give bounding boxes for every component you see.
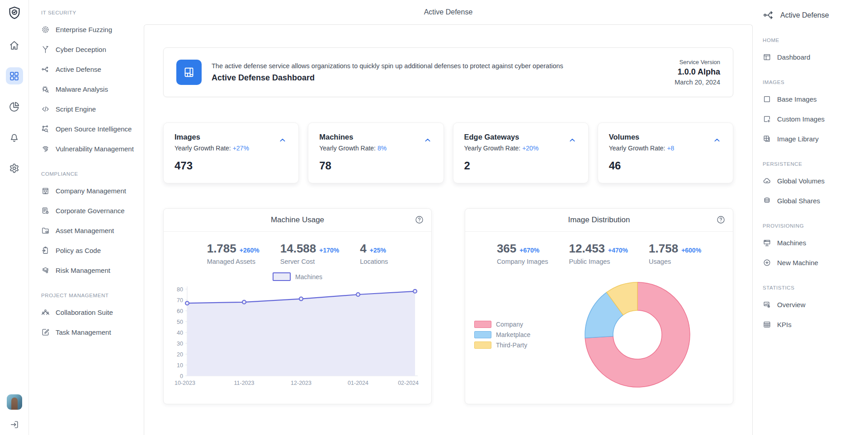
right-sidebar-title: Active Defense xyxy=(780,11,829,19)
stat-card-images: ImagesYearly Growth Rate: +27%473 xyxy=(163,122,299,183)
sidebar-item-label: Image Library xyxy=(777,135,819,143)
sidebar-item-collaboration-suite[interactable]: Collaboration Suite xyxy=(41,302,140,322)
rail-item-gear-icon[interactable] xyxy=(6,159,23,177)
legend-swatch xyxy=(273,272,291,281)
sidebar-item-enterprise-fuzzing[interactable]: Enterprise Fuzzing xyxy=(41,19,140,39)
svg-text:20: 20 xyxy=(177,351,183,358)
stat-card-volumes: VolumesYearly Growth Rate: +846 xyxy=(598,122,733,183)
stat-card-growth: Yearly Growth Rate: +20% xyxy=(464,145,577,152)
sidebar-item-open-source-intelligence[interactable]: Open Source Intelligence xyxy=(41,119,140,139)
line-legend-item[interactable]: Machines xyxy=(164,272,431,281)
chevron-up-icon[interactable] xyxy=(422,136,434,144)
fingerprint-icon xyxy=(41,145,50,153)
svg-text:80: 80 xyxy=(177,286,183,293)
sidebar-item-policy-as-code[interactable]: Policy as Code xyxy=(41,240,140,260)
square-icon xyxy=(763,95,771,103)
rail-item-apps-grid-icon[interactable] xyxy=(6,67,23,84)
chart-stat-value: 12.453 xyxy=(569,242,605,255)
sidebar-item-global-volumes[interactable]: Global Volumes xyxy=(763,171,864,191)
chart-stat-delta: +170% xyxy=(319,247,339,254)
sidebar-item-label: New Machine xyxy=(777,259,818,267)
content-panel: The active defense service allows organi… xyxy=(144,24,753,435)
chevron-up-icon[interactable] xyxy=(711,136,723,144)
sidebar-item-label: Machines xyxy=(777,239,806,247)
icon-rail xyxy=(0,0,29,435)
help-icon[interactable] xyxy=(415,215,424,225)
chevron-up-icon[interactable] xyxy=(566,136,578,144)
sidebar-item-label: Global Shares xyxy=(777,197,820,205)
donut-legend-item-company[interactable]: Company xyxy=(474,321,542,328)
service-version-label: Service Version xyxy=(675,59,720,65)
sidebar-item-label: Policy as Code xyxy=(56,247,101,254)
sidebar-item-dashboard[interactable]: Dashboard xyxy=(763,47,864,67)
chart-stat-delta: +670% xyxy=(519,247,539,254)
sidebar-item-script-engine[interactable]: Script Engine xyxy=(41,99,140,119)
service-description: The active defense service allows organi… xyxy=(212,62,675,70)
sidebar-item-vulnerability-management[interactable]: Vulnerability Management xyxy=(41,139,140,159)
sidebar-item-cyber-deception[interactable]: Cyber Deception xyxy=(41,39,140,59)
folder-icon xyxy=(41,226,50,235)
apps-grid-icon xyxy=(9,70,20,82)
sidebar-item-machines[interactable]: Machines xyxy=(763,233,864,253)
rail-item-bell-icon[interactable] xyxy=(6,129,23,146)
logout-icon[interactable] xyxy=(9,420,19,430)
donut-legend-item-third-party[interactable]: Third-Party xyxy=(474,341,542,349)
sidebar-item-asset-management[interactable]: Asset Management xyxy=(41,220,140,240)
sidebar-item-overview[interactable]: Overview xyxy=(763,295,864,314)
section-header-it-security: IT SECURITY xyxy=(41,10,140,15)
main-column: Active Defense The active defense servic… xyxy=(144,0,753,435)
stat-card-value: 46 xyxy=(609,159,722,172)
machines-line-chart: 0102030405060708010-202311-202312-202301… xyxy=(171,284,421,388)
legend-swatch xyxy=(474,341,491,349)
sidebar-item-image-library[interactable]: Image Library xyxy=(763,129,864,149)
sidebar-item-label: Vulnerability Management xyxy=(56,145,134,153)
rail-item-pie-chart-icon[interactable] xyxy=(6,98,23,115)
gear-icon xyxy=(9,163,20,174)
chevron-up-icon[interactable] xyxy=(277,136,288,144)
sidebar-item-active-defense[interactable]: Active Defense xyxy=(41,59,140,79)
bell-icon xyxy=(9,132,20,143)
topbar: Active Defense xyxy=(144,0,753,24)
svg-text:12-2023: 12-2023 xyxy=(291,380,311,386)
donut-legend-item-marketplace[interactable]: Marketplace xyxy=(474,331,542,338)
sidebar-item-base-images[interactable]: Base Images xyxy=(763,89,864,109)
rail-item-home-icon[interactable] xyxy=(6,37,23,54)
sidebar-item-new-machine[interactable]: New Machine xyxy=(763,253,864,272)
service-banner: The active defense service allows organi… xyxy=(163,47,733,97)
sidebar-item-risk-management[interactable]: Risk Management xyxy=(41,260,140,280)
sidebar-item-task-management[interactable]: Task Management xyxy=(41,322,140,342)
sidebar-item-company-management[interactable]: Company Management xyxy=(41,181,140,201)
shield-logo-icon[interactable] xyxy=(7,5,22,21)
chart-stat-delta: +260% xyxy=(240,247,259,254)
help-icon[interactable] xyxy=(716,215,726,225)
legend-swatch xyxy=(474,321,491,328)
svg-text:30: 30 xyxy=(177,341,183,347)
sidebar-item-label: Malware Analysis xyxy=(56,85,108,93)
donut-legend: CompanyMarketplaceThird-Party xyxy=(474,321,542,349)
chart-stat-value: 1.758 xyxy=(649,242,678,255)
sidebar-item-corporate-governance[interactable]: Corporate Governance xyxy=(41,201,140,220)
sidebar-item-custom-images[interactable]: Custom Images xyxy=(763,109,864,129)
home-icon xyxy=(9,40,20,51)
legend-swatch xyxy=(474,331,491,338)
building-icon xyxy=(41,187,50,195)
svg-text:10-2023: 10-2023 xyxy=(175,380,195,386)
bug-search-icon xyxy=(41,85,50,94)
dashboard-layout-icon xyxy=(763,53,771,61)
report-star-icon xyxy=(763,300,771,309)
sidebar-item-malware-analysis[interactable]: Malware Analysis xyxy=(41,79,140,99)
chart-stat-delta: +470% xyxy=(608,247,628,254)
sidebar-item-kpis[interactable]: KPIs xyxy=(763,314,864,334)
chart-stat-label: Public Images xyxy=(569,258,628,265)
clipboard-arrow-icon xyxy=(41,246,50,255)
user-avatar[interactable] xyxy=(7,394,22,410)
sidebar-item-label: Global Volumes xyxy=(777,177,825,185)
stat-card-title: Edge Gateways xyxy=(464,133,577,141)
chart-stat-value: 1.785 xyxy=(207,242,236,255)
sidebar-item-label: Active Defense xyxy=(56,65,101,73)
stat-card-growth: Yearly Growth Rate: +27% xyxy=(175,145,288,152)
chart-stat-locations: 4+25%Locations xyxy=(360,242,388,265)
sidebar-item-label: Script Engine xyxy=(56,105,96,113)
sidebar-item-global-shares[interactable]: Global Shares xyxy=(763,191,864,210)
svg-text:0: 0 xyxy=(180,373,183,379)
